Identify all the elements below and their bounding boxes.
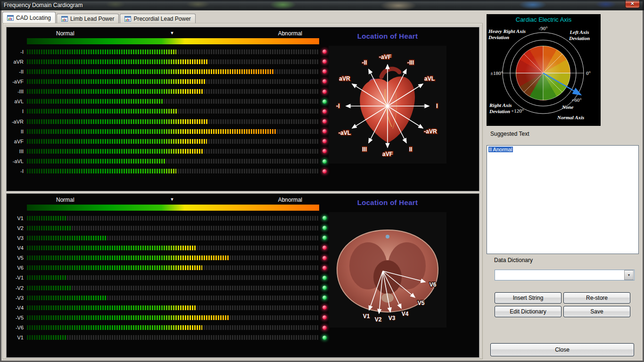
precordial-lead-panel: Normal ▼ Abnormal V1V2V3V4V5V6-V1-V2-V3-… [6,193,479,358]
data-dictionary-label: Data Dictionary [494,257,533,263]
lead-label: V1 [7,215,24,221]
axis-right-label: Right Axis [489,102,512,108]
lead-axis-label: I [436,103,438,109]
cardiac-electric-axis-panel: Cardiac Electric Axis -90° 0° ±180° +120… [487,14,601,126]
suggested-text-area[interactable]: II Anormal [487,145,639,254]
precordial-axis-label: V3 [388,315,396,321]
normal-label: Normal [56,30,74,37]
tab-label: Precordial Lead Power [133,16,190,22]
lead-power-bar [27,59,319,64]
lead-power-bar-fill [27,315,229,320]
lead-power-bar [27,315,319,320]
lead-power-bar-fill [27,226,72,230]
lead-row: -aVL [7,156,327,166]
axis-normal-label: Normal Axis [557,115,584,120]
lead-row: V3 [7,233,327,243]
lead-power-bar [27,216,319,221]
tab-chart-icon [7,15,14,21]
lead-power-bar-fill [27,305,196,310]
lead-label: aVF [7,139,24,144]
window-close-button[interactable]: ✕ [625,0,640,8]
data-dictionary-select[interactable]: ▼ [495,270,635,280]
precordial-scale: Normal ▼ Abnormal [27,197,319,212]
precordial-axis-label: V4 [402,311,409,317]
lead-label: V3 [7,235,24,241]
lead-row: -V3 [7,293,327,303]
lead-row: -aVR [7,116,327,126]
lead-power-bar-fill [27,59,208,64]
lead-row: -V4 [7,303,327,313]
tab-limb-lead-power[interactable]: Limb Lead Power [57,14,119,23]
tab-label: CAD Locating [16,15,51,21]
lead-row: V1 [7,333,327,343]
lead-power-bar [27,49,319,54]
lead-power-bar [27,325,319,330]
lead-power-bar-fill [27,325,202,330]
lead-row: -III [7,87,327,97]
location-of-heart-title: Location of Heart [326,198,449,206]
window-title: Frequency Domain Cardiogram [4,2,83,8]
lead-label: -II [7,69,24,74]
precordial-axis-label: V2 [375,316,382,323]
lead-power-bar [27,335,319,340]
lead-row: V1 [7,213,327,223]
normal-abnormal-gradient-bar [27,205,319,211]
lead-power-bar [27,255,319,260]
axis-left-label2: Deviation [569,35,590,41]
heart-lead-axis-diagram: -aVF -II -III aVR aVL -I I -aVL -aVR III… [329,46,446,164]
lead-label: -III [7,89,24,94]
axis-deg-right: 0° [586,70,591,76]
location-of-heart-title: Location of Heart [326,32,449,40]
close-icon: ✕ [630,1,634,6]
lead-power-bar [27,296,319,300]
torso-cross-section-diagram: V1 V2 V3 V4 V5 V6 [329,212,446,328]
axis-heavy-right-label2: Deviation [488,34,509,40]
lead-power-bar-fill [27,255,229,260]
save-button[interactable]: Save [563,306,630,317]
lead-power-bar [27,169,319,173]
lead-label: -V5 [7,315,24,321]
limb-lead-panel: Normal ▼ Abnormal -IaVR-II-aVF-IIIaVLI-a… [6,27,479,191]
chevron-down-icon[interactable]: ▼ [624,270,634,280]
lead-power-bar [27,305,319,310]
lead-power-bar-fill [27,69,274,74]
lead-row: III [7,146,327,156]
limb-scale: Normal ▼ Abnormal [27,30,319,45]
tab-precordial-lead-power[interactable]: Precordial Lead Power [120,14,195,23]
lead-row: -V2 [7,283,327,293]
lead-power-bar-fill [27,129,277,134]
lead-label: aVR [7,59,24,65]
lead-axis-label: aVF [382,151,393,157]
threshold-marker-icon: ▼ [170,197,174,202]
titlebar[interactable]: Frequency Domain Cardiogram ✕ [0,0,644,10]
lead-label: V1 [7,335,24,340]
lead-power-bar [27,265,319,270]
lead-power-bar [27,149,319,154]
lead-power-bar-fill [27,169,176,173]
lead-label: V4 [7,245,24,251]
lead-power-bar-fill [27,99,164,104]
axis-deg-arrow: +60° [571,97,582,103]
close-button[interactable]: Close [490,343,634,356]
lead-label: -aVR [7,119,24,124]
lead-label: -I [7,49,24,55]
edit-dictionary-button[interactable]: Edit Dictionary [495,306,561,317]
limb-lead-rows: -IaVR-II-aVF-IIIaVLI-aVRIIaVFIII-aVL-I [7,47,327,176]
tab-cad-locating[interactable]: CAD Locating [2,12,56,23]
lead-power-bar-fill [27,286,72,290]
lead-axis-label: II [409,146,413,153]
precordial-location-block: Location of Heart [326,198,449,328]
precordial-lead-rows: V1V2V3V4V5V6-V1-V2-V3-V4-V5-V6V1 [7,213,327,343]
lead-power-bar [27,286,319,290]
lead-label: V6 [7,265,24,271]
lead-row: I [7,107,327,116]
restore-button[interactable]: Re-store [563,292,630,304]
lead-row: -aVF [7,76,327,86]
precordial-axis-label: V6 [429,281,437,288]
lead-status-led [322,336,327,340]
lead-power-bar-fill [27,89,204,94]
lead-label: II [7,129,24,134]
insert-string-button[interactable]: Insert String [495,292,561,304]
lead-row: -I [7,166,327,176]
lead-power-bar [27,109,319,114]
